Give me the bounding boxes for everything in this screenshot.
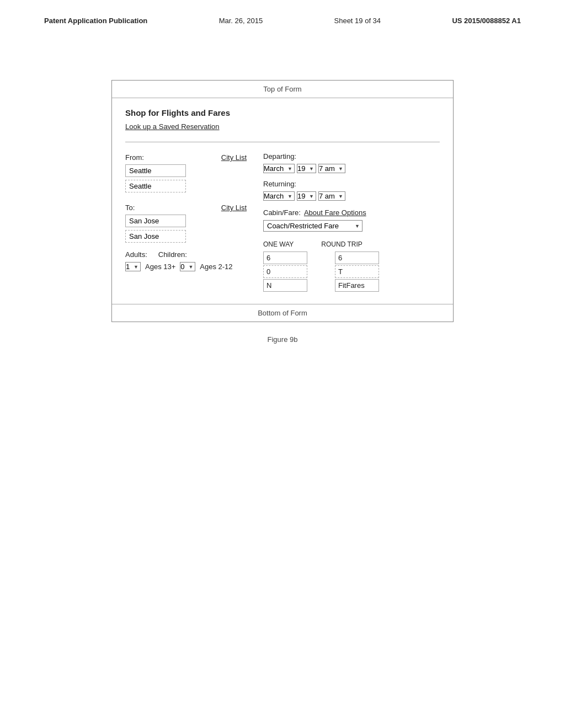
main-content: Top of Form Shop for Flights and Fares L… (0, 36, 565, 344)
top-of-form-bar: Top of Form (112, 81, 453, 98)
city-list-link-2[interactable]: City List (221, 204, 247, 212)
departing-label: Departing: (263, 152, 440, 160)
figure-caption: Figure 9b (268, 335, 298, 344)
adults-label: Adults: (125, 250, 147, 259)
adults-dropdown-wrapper[interactable]: 1 2 3 (125, 262, 141, 271)
one-way-label: ONE WAY (263, 240, 294, 248)
to-input[interactable] (125, 215, 186, 227)
to-label: To: (125, 204, 135, 212)
departing-month-wrapper[interactable]: March April May (263, 164, 295, 173)
departing-month-select[interactable]: March April May (263, 164, 295, 173)
returning-time-wrapper[interactable]: 7 am 8 am 9 am (318, 191, 345, 201)
right-column: Departing: March April May 19 (258, 146, 440, 292)
departing-day-select[interactable]: 19 20 21 (297, 164, 316, 173)
children-select[interactable]: 0 1 2 (180, 262, 195, 271)
patent-number: US 2015/0088852 A1 (452, 17, 521, 25)
from-input-secondary[interactable] (125, 180, 186, 192)
oneway-cell-2: 0 (263, 265, 307, 278)
roundtrip-cell-1: 6 (335, 251, 379, 264)
about-fare-link[interactable]: About Fare Options (304, 208, 366, 217)
from-input[interactable] (125, 164, 186, 177)
one-way-col: 6 0 N (263, 251, 307, 292)
roundtrip-cell-2: T (335, 265, 379, 278)
form-body: Shop for Flights and Fares Look up a Sav… (112, 98, 453, 297)
departing-day-wrapper[interactable]: 19 20 21 (297, 164, 316, 173)
publication-label: Patent Application Publication (44, 17, 147, 25)
adults-children-row: 1 2 3 Ages 13+ 0 1 2 (125, 262, 247, 271)
adults-children-section: Adults: Children: 1 2 3 Ages (125, 250, 247, 271)
cabin-select[interactable]: Coach/Restricted Fare First Class Busine… (263, 220, 363, 232)
form-container: Top of Form Shop for Flights and Fares L… (111, 80, 454, 322)
form-columns: From: City List To: City List (125, 146, 440, 292)
patent-header: Patent Application Publication Mar. 26, … (0, 0, 565, 36)
city-list-link-1[interactable]: City List (221, 153, 247, 162)
form-divider (125, 142, 440, 142)
left-column: From: City List To: City List (125, 146, 258, 292)
returning-row: March April May 19 20 21 (263, 191, 440, 201)
cabin-fare-row: Cabin/Fare: About Fare Options (263, 208, 440, 217)
children-dropdown-wrapper[interactable]: 0 1 2 (180, 262, 195, 271)
adults-select[interactable]: 1 2 3 (125, 262, 141, 271)
oneway-cell-1: 6 (263, 251, 307, 264)
cabin-dropdown-wrapper[interactable]: Coach/Restricted Fare First Class Busine… (263, 220, 363, 232)
returning-month-wrapper[interactable]: March April May (263, 191, 295, 201)
returning-label: Returning: (263, 180, 440, 188)
returning-time-select[interactable]: 7 am 8 am 9 am (318, 191, 345, 201)
cabin-fare-label: Cabin/Fare: (263, 208, 301, 217)
form-title: Shop for Flights and Fares (125, 108, 440, 117)
children-label: Children: (158, 250, 187, 259)
departing-time-wrapper[interactable]: 7 am 8 am 9 am (318, 164, 345, 173)
round-trip-col: 6 T FitFares (335, 251, 379, 292)
bottom-of-form-label: Bottom of Form (258, 309, 307, 317)
ages-13-label: Ages 13+ (145, 263, 175, 271)
trip-type-headers: ONE WAY ROUND TRIP (263, 240, 440, 248)
adults-children-labels: Adults: Children: (125, 250, 247, 259)
to-input-secondary[interactable] (125, 230, 186, 243)
returning-day-select[interactable]: 19 20 21 (297, 191, 316, 201)
departing-time-select[interactable]: 7 am 8 am 9 am (318, 164, 345, 173)
top-of-form-label: Top of Form (263, 85, 301, 93)
cabin-fare-section: Cabin/Fare: About Fare Options Coach/Res… (263, 208, 440, 232)
sheet-info: Sheet 19 of 34 (334, 17, 381, 25)
trip-type-section: ONE WAY ROUND TRIP 6 0 N 6 T (263, 240, 440, 292)
saved-reservation-link[interactable]: Look up a Saved Reservation (125, 122, 220, 131)
oneway-cell-3: N (263, 279, 307, 292)
ages-2-12-label: Ages 2-12 (200, 263, 232, 271)
trip-values-grid: 6 0 N 6 T FitFares (263, 251, 440, 292)
returning-month-select[interactable]: March April May (263, 191, 295, 201)
round-trip-label: ROUND TRIP (321, 240, 362, 248)
roundtrip-cell-3: FitFares (335, 279, 379, 292)
publication-date: Mar. 26, 2015 (219, 17, 263, 25)
from-label: From: (125, 153, 144, 162)
returning-day-wrapper[interactable]: 19 20 21 (297, 191, 316, 201)
bottom-of-form-bar: Bottom of Form (112, 304, 453, 322)
departing-row: March April May 19 20 21 (263, 164, 440, 173)
